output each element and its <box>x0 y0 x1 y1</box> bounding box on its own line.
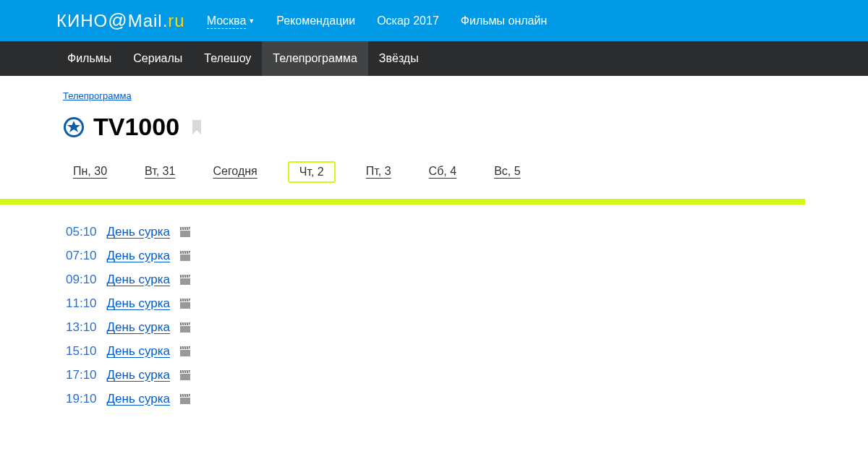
day-tabs: Пн, 30 Вт, 31 Сегодня Чт, 2 Пт, 3 Сб, 4 … <box>63 161 868 183</box>
top-bar: КИНО@Mail.ru Москва▼ Рекомендации Оскар … <box>0 0 868 41</box>
schedule-time: 07:10 <box>66 249 97 263</box>
schedule-row: 11:10 День сурка <box>66 296 868 311</box>
nav-recommendations[interactable]: Рекомендации <box>276 14 355 27</box>
svg-rect-4 <box>180 278 190 285</box>
day-tab-fri[interactable]: Пт, 3 <box>359 161 399 183</box>
clapper-icon <box>180 322 190 333</box>
clapper-icon <box>180 275 190 285</box>
schedule-time: 15:10 <box>66 344 97 359</box>
city-selector[interactable]: Москва▼ <box>207 14 255 27</box>
main-nav: Фильмы Сериалы Телешоу Телепрограмма Звё… <box>0 41 868 76</box>
content-area: Телепрограмма TV1000 Пн, 30 Вт, 31 Сегод… <box>0 76 868 406</box>
svg-rect-7 <box>180 350 190 356</box>
schedule-row: 19:10 День сурка <box>66 392 868 406</box>
separator-line <box>0 199 805 205</box>
nav-schedule[interactable]: Телепрограмма <box>262 41 367 76</box>
svg-rect-2 <box>180 231 190 237</box>
bookmark-icon[interactable] <box>191 120 203 134</box>
nav-series[interactable]: Сериалы <box>122 41 193 76</box>
schedule-row: 17:10 День сурка <box>66 368 868 382</box>
nav-oscar[interactable]: Оскар 2017 <box>377 14 439 27</box>
schedule-title[interactable]: День сурка <box>107 392 170 406</box>
logo-kino: КИНО <box>56 11 108 31</box>
schedule-time: 13:10 <box>66 320 97 335</box>
clapper-icon <box>180 346 190 356</box>
svg-rect-5 <box>180 302 190 309</box>
schedule-list: 05:10 День сурка 07:10 День сурка 09:10 … <box>63 225 868 406</box>
schedule-row: 13:10 День сурка <box>66 320 868 335</box>
site-logo[interactable]: КИНО@Mail.ru <box>56 9 185 32</box>
day-tab-mon[interactable]: Пн, 30 <box>66 161 114 183</box>
schedule-row: 15:10 День сурка <box>66 344 868 359</box>
svg-rect-3 <box>180 254 190 261</box>
schedule-title[interactable]: День сурка <box>107 273 170 287</box>
day-tab-today[interactable]: Сегодня <box>205 161 264 183</box>
chevron-down-icon: ▼ <box>248 17 255 25</box>
schedule-time: 05:10 <box>66 225 97 239</box>
day-tab-tue[interactable]: Вт, 31 <box>137 161 182 183</box>
logo-mail: Mail <box>128 11 163 31</box>
schedule-row: 05:10 День сурка <box>66 225 868 239</box>
schedule-row: 07:10 День сурка <box>66 249 868 263</box>
nav-shows[interactable]: Телешоу <box>193 41 262 76</box>
logo-ru: ru <box>168 11 184 31</box>
logo-at-icon: @ <box>108 9 127 32</box>
clapper-icon <box>180 227 190 237</box>
clapper-icon <box>180 394 190 404</box>
schedule-time: 19:10 <box>66 392 97 406</box>
schedule-title[interactable]: День сурка <box>107 249 170 263</box>
channel-header: TV1000 <box>63 113 868 141</box>
schedule-time: 11:10 <box>66 296 97 311</box>
clapper-icon <box>180 251 190 261</box>
schedule-time: 17:10 <box>66 368 97 382</box>
city-label: Москва <box>207 14 247 29</box>
schedule-title[interactable]: День сурка <box>107 225 170 239</box>
schedule-title[interactable]: День сурка <box>107 296 170 311</box>
schedule-row: 09:10 День сурка <box>66 273 868 287</box>
svg-rect-9 <box>180 398 190 404</box>
day-tab-thu[interactable]: Чт, 2 <box>288 161 336 183</box>
schedule-title[interactable]: День сурка <box>107 368 170 382</box>
day-tab-sun[interactable]: Вс, 5 <box>487 161 527 183</box>
nav-stars[interactable]: Звёзды <box>368 41 430 76</box>
breadcrumb[interactable]: Телепрограмма <box>63 90 132 101</box>
logo-dot: . <box>163 11 169 31</box>
channel-logo-icon <box>63 116 85 138</box>
clapper-icon <box>180 370 190 380</box>
day-tab-sat[interactable]: Сб, 4 <box>422 161 464 183</box>
clapper-icon <box>180 299 190 309</box>
nav-films[interactable]: Фильмы <box>56 41 122 76</box>
schedule-time: 09:10 <box>66 273 97 287</box>
nav-films-online[interactable]: Фильмы онлайн <box>461 14 547 27</box>
svg-rect-6 <box>180 326 190 333</box>
schedule-title[interactable]: День сурка <box>107 320 170 335</box>
schedule-title[interactable]: День сурка <box>107 344 170 359</box>
svg-rect-8 <box>180 374 190 380</box>
channel-name: TV1000 <box>93 113 179 141</box>
